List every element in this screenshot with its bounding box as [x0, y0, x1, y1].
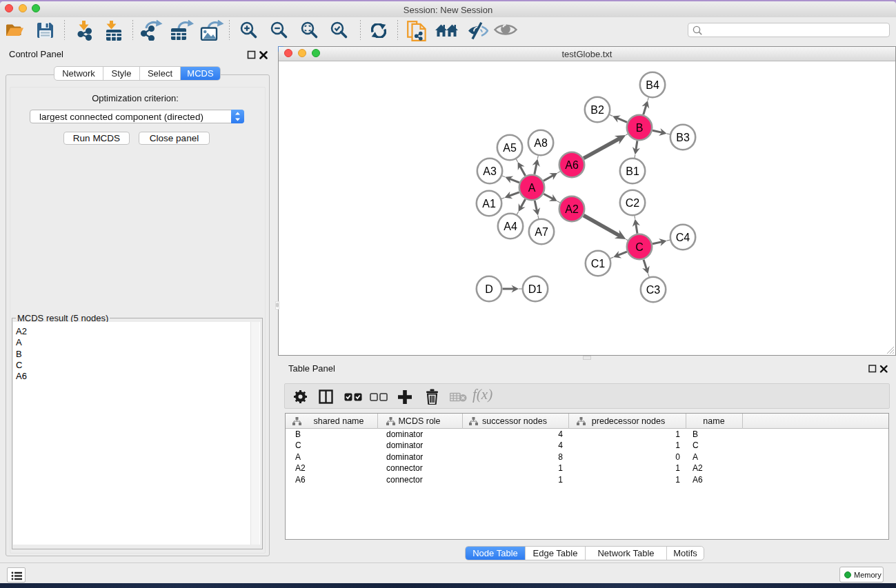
svg-text:A2: A2: [565, 203, 579, 215]
svg-text:C4: C4: [676, 232, 690, 243]
svg-text:C2: C2: [626, 197, 640, 209]
svg-text:B2: B2: [590, 104, 604, 116]
svg-text:A1: A1: [482, 198, 496, 210]
svg-text:A5: A5: [503, 142, 517, 154]
svg-text:C3: C3: [646, 284, 661, 296]
svg-text:C: C: [635, 241, 644, 253]
svg-text:A4: A4: [504, 221, 517, 232]
svg-text:B3: B3: [676, 132, 690, 143]
svg-text:C1: C1: [591, 258, 606, 270]
svg-text:A3: A3: [483, 165, 497, 177]
svg-text:D: D: [485, 283, 493, 295]
svg-text:B: B: [636, 122, 644, 134]
svg-text:B1: B1: [626, 165, 639, 177]
svg-text:A7: A7: [535, 226, 548, 238]
svg-text:A6: A6: [565, 159, 579, 171]
svg-text:D1: D1: [528, 283, 543, 295]
svg-text:A8: A8: [534, 137, 548, 149]
svg-text:A: A: [528, 182, 536, 194]
svg-text:B4: B4: [646, 79, 659, 91]
